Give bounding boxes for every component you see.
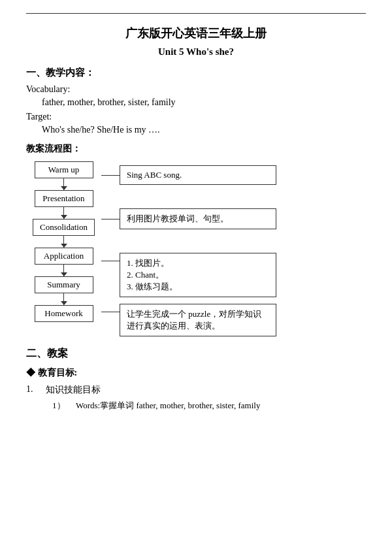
flow-row-application: 让学生完成一个 puzzle，对所学知识进行真实的运用、表演。 bbox=[101, 304, 276, 336]
flow-section: 教案流程图： Warm up Presentation Consolidatio… bbox=[26, 143, 366, 336]
numbered-item-1: 1. 知识技能目标 bbox=[26, 384, 366, 396]
item-text-1: 知识技能目标 bbox=[46, 384, 101, 396]
section1: 一、教学内容： Vocabulary: father, mother, brot… bbox=[26, 67, 366, 135]
flow-left-column: Warm up Presentation Consolidation Appli… bbox=[26, 161, 101, 322]
section1-heading: 一、教学内容： bbox=[26, 67, 366, 79]
bullet-heading: ◆ 教育目标: bbox=[26, 367, 366, 379]
flow-box-homework: Homework bbox=[35, 305, 93, 322]
flow-hline-warmup bbox=[101, 175, 120, 176]
flow-row-warmup: Sing ABC song. bbox=[101, 165, 276, 185]
flow-box-warmup: Warm up bbox=[35, 161, 93, 178]
flow-box-summary: Summary bbox=[35, 276, 93, 293]
consolidation-line-3: 3. 做练习题。 bbox=[127, 281, 269, 293]
flow-rightbox-presentation: 利用图片教授单词、句型。 bbox=[120, 208, 276, 229]
flow-rightbox-warmup: Sing ABC song. bbox=[120, 165, 276, 185]
item-num-1: 1. bbox=[26, 384, 46, 396]
vocabulary-label: Vocabulary: bbox=[26, 84, 366, 95]
vocabulary-content: father, mother, brother, sister, family bbox=[26, 97, 366, 108]
top-divider bbox=[26, 13, 366, 14]
subitem-1-1: 1） Words:掌握单词 father, mother, brother, s… bbox=[26, 400, 366, 412]
subitem-num-1-1: 1） bbox=[52, 400, 76, 412]
flow-row-consolidation: 1. 找图片。 2. Chant。 3. 做练习题。 bbox=[101, 253, 276, 297]
flow-hline-application bbox=[101, 312, 120, 312]
main-title: 广东版开心英语三年级上册 bbox=[26, 25, 366, 41]
flow-arrow-0 bbox=[63, 178, 64, 190]
sub-title: Unit 5 Who's she? bbox=[26, 46, 366, 57]
consolidation-line-1: 1. 找图片。 bbox=[127, 257, 269, 269]
section2-heading: 二、教案 bbox=[26, 347, 366, 361]
flow-spacer-1 bbox=[101, 185, 276, 208]
flow-right-column: Sing ABC song. 利用图片教授单词、句型。 1. 找图片。 2. C… bbox=[101, 161, 276, 336]
flow-box-application: Application bbox=[35, 248, 93, 265]
flow-arrow-1 bbox=[63, 207, 64, 219]
flow-hline-presentation bbox=[101, 219, 120, 219]
target-label: Target: bbox=[26, 112, 366, 122]
flow-spacer-2 bbox=[101, 229, 276, 253]
flowchart: Warm up Presentation Consolidation Appli… bbox=[26, 161, 366, 336]
section2: 二、教案 ◆ 教育目标: 1. 知识技能目标 1） Words:掌握单词 fat… bbox=[26, 347, 366, 412]
flow-box-consolidation: Consolidation bbox=[33, 219, 95, 236]
flow-rightbox-consolidation: 1. 找图片。 2. Chant。 3. 做练习题。 bbox=[120, 253, 276, 297]
target-content: Who's she/he? She/He is my …. bbox=[26, 125, 366, 135]
consolidation-line-2: 2. Chant。 bbox=[127, 269, 269, 281]
flow-box-presentation: Presentation bbox=[35, 190, 93, 207]
flow-spacer-3 bbox=[101, 297, 276, 304]
flow-arrow-4 bbox=[63, 293, 64, 305]
subitem-text-1-1: Words:掌握单词 father, mother, brother, sist… bbox=[76, 400, 260, 412]
flow-arrow-3 bbox=[63, 265, 64, 276]
flow-section-title: 教案流程图： bbox=[26, 143, 366, 155]
flow-rightbox-application: 让学生完成一个 puzzle，对所学知识进行真实的运用、表演。 bbox=[120, 304, 276, 336]
flow-row-presentation: 利用图片教授单词、句型。 bbox=[101, 208, 276, 229]
flow-hline-consolidation bbox=[101, 261, 120, 261]
flow-arrow-2 bbox=[63, 236, 64, 248]
